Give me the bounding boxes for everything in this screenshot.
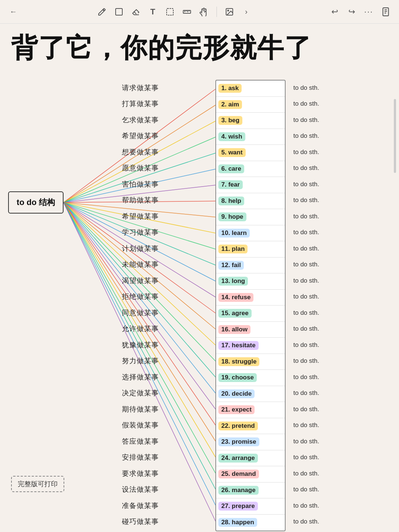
right-item: to do sth. <box>290 321 319 337</box>
vocab-item: 22. pretend <box>216 418 285 434</box>
right-item: to do sth. <box>290 80 319 96</box>
svg-rect-1 <box>167 8 173 15</box>
vocab-item: 24. arrange <box>216 450 285 467</box>
right-item: to do sth. <box>290 514 319 530</box>
svg-rect-0 <box>116 8 122 15</box>
ruler-icon[interactable] <box>181 6 193 18</box>
chinese-item: 拒绝做某事 <box>122 289 162 305</box>
right-item: to do sth. <box>290 369 319 385</box>
chinese-item: 假装做某事 <box>122 417 162 434</box>
eraser-square-icon[interactable] <box>113 6 125 18</box>
toolbar: ← T › ↩ ↪ ··· <box>0 0 399 24</box>
undo-button[interactable]: ↩ <box>329 6 341 18</box>
chinese-item: 同意做某事 <box>122 305 162 321</box>
vocab-item: 13. long <box>216 273 285 290</box>
chinese-item: 决定做某事 <box>122 385 162 402</box>
vocab-item: 15. agree <box>216 306 285 322</box>
vocab-item: 21. expect <box>216 402 285 418</box>
chinese-item: 碰巧做某事 <box>122 514 162 530</box>
vocab-item: 12. fail <box>216 258 285 274</box>
right-item: to do sth. <box>290 112 319 128</box>
vocab-box: 1. ask2. aim3. beg4. wish5. want6. care7… <box>215 80 286 531</box>
right-item: to do sth. <box>290 417 319 434</box>
right-item: to do sth. <box>290 385 319 402</box>
left-box: to do 结构 <box>8 191 64 214</box>
chinese-item: 努力做某事 <box>122 353 162 369</box>
vocab-item: 8. help <box>216 193 285 209</box>
vocab-item: 9. hope <box>216 209 285 225</box>
chinese-item: 请求做某事 <box>122 80 162 96</box>
eraser-icon[interactable] <box>130 6 142 18</box>
right-item: to do sth. <box>290 401 319 417</box>
mind-map-lines <box>0 69 399 532</box>
right-column: to do sth.to do sth.to do sth.to do sth.… <box>290 80 319 530</box>
right-item: to do sth. <box>290 353 319 369</box>
toolbar-divider <box>216 7 217 17</box>
chinese-item: 想要做某事 <box>122 144 162 160</box>
vocab-item: 27. prepare <box>216 498 285 515</box>
chinese-item: 未能做某事 <box>122 257 162 273</box>
vocab-item: 18. struggle <box>216 354 285 370</box>
right-item: to do sth. <box>290 257 319 273</box>
vocab-item: 2. aim <box>216 97 285 113</box>
right-item: to do sth. <box>290 144 319 160</box>
chinese-item: 安排做某事 <box>122 450 162 466</box>
chinese-item: 希望做某事 <box>122 128 162 144</box>
page-title: 背了它，你的完形就牛了 <box>0 24 399 69</box>
chinese-item: 答应做某事 <box>122 433 162 450</box>
vocab-item: 19. choose <box>216 370 285 386</box>
vocab-item: 1. ask <box>216 81 285 97</box>
right-item: to do sth. <box>290 337 319 353</box>
chinese-item: 渴望做某事 <box>122 273 162 289</box>
pencil-icon[interactable] <box>96 6 108 18</box>
vocab-item: 28. happen <box>216 515 285 531</box>
vocab-item: 23. promise <box>216 434 285 450</box>
right-item: to do sth. <box>290 433 319 450</box>
vocab-item: 20. decide <box>216 386 285 402</box>
scrollbar[interactable] <box>394 99 396 173</box>
right-item: to do sth. <box>290 160 319 177</box>
chinese-item: 帮助做某事 <box>122 192 162 209</box>
vocab-item: 10. learn <box>216 225 285 242</box>
right-item: to do sth. <box>290 208 319 225</box>
chinese-item: 要求做某事 <box>122 466 162 482</box>
chinese-item: 乞求做某事 <box>122 112 162 128</box>
right-item: to do sth. <box>290 450 319 466</box>
chinese-column: 请求做某事打算做某事乞求做某事希望做某事想要做某事愿意做某事害怕做某事帮助做某事… <box>122 80 162 530</box>
chinese-item: 害怕做某事 <box>122 176 162 192</box>
right-item: to do sth. <box>290 273 319 289</box>
chinese-item: 学习做某事 <box>122 225 162 241</box>
chinese-item: 准备做某事 <box>122 498 162 514</box>
select-icon[interactable] <box>164 6 176 18</box>
chinese-item: 设法做某事 <box>122 482 162 498</box>
hand-icon[interactable] <box>198 6 210 18</box>
right-item: to do sth. <box>290 176 319 192</box>
svg-point-8 <box>228 10 229 11</box>
share-button[interactable] <box>380 6 392 18</box>
image-icon[interactable] <box>224 6 235 18</box>
right-item: to do sth. <box>290 192 319 209</box>
vocab-item: 14. refuse <box>216 290 285 306</box>
vocab-item: 16. allow <box>216 322 285 338</box>
redo-button[interactable]: ↪ <box>346 6 358 18</box>
chinese-item: 希望做某事 <box>122 208 162 225</box>
chinese-item: 打算做某事 <box>122 96 162 112</box>
vocab-item: 3. beg <box>216 113 285 129</box>
text-icon[interactable]: T <box>147 6 159 18</box>
chinese-item: 犹豫做某事 <box>122 337 162 353</box>
back-button[interactable]: ← <box>7 6 19 18</box>
vocab-item: 5. want <box>216 145 285 161</box>
chinese-item: 选择做某事 <box>122 369 162 385</box>
more-button[interactable]: ··· <box>363 6 375 18</box>
chinese-item: 期待做某事 <box>122 401 162 417</box>
right-item: to do sth. <box>290 241 319 257</box>
chinese-item: 愿意做某事 <box>122 160 162 177</box>
right-item: to do sth. <box>290 96 319 112</box>
vocab-item: 25. demand <box>216 466 285 482</box>
right-item: to do sth. <box>290 498 319 514</box>
chevron-right-icon[interactable]: › <box>241 6 252 18</box>
right-item: to do sth. <box>290 305 319 321</box>
vocab-item: 11. plan <box>216 241 285 258</box>
right-item: to do sth. <box>290 225 319 241</box>
print-box[interactable]: 完整版可打印 <box>11 476 64 492</box>
